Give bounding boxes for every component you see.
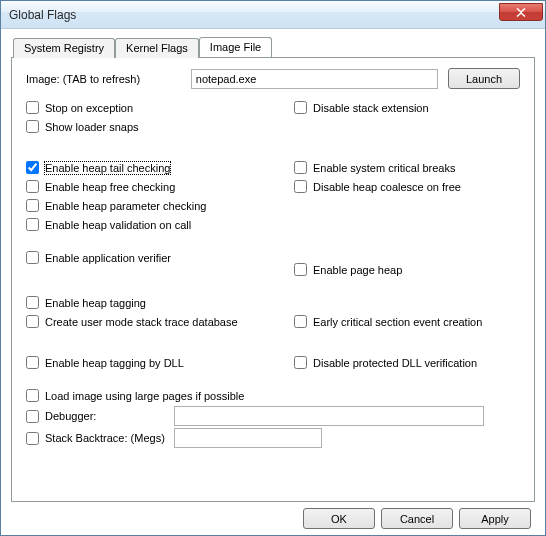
stack-backtrace-row: Stack Backtrace: (Megs) xyxy=(26,428,520,448)
chk-heap-tag-by-dll[interactable]: Enable heap tagging by DLL xyxy=(26,354,294,371)
window-title: Global Flags xyxy=(9,8,499,22)
chk-page-heap[interactable]: Enable page heap xyxy=(294,261,520,278)
tab-kernel-flags[interactable]: Kernel Flags xyxy=(115,38,199,58)
chk-heap-tail-box[interactable] xyxy=(26,161,39,174)
chk-show-loader-snaps-box[interactable] xyxy=(26,120,39,133)
tab-image-file[interactable]: Image File xyxy=(199,37,272,57)
dialog-button-bar: OK Cancel Apply xyxy=(11,508,535,529)
chk-heap-validation[interactable]: Enable heap validation on call xyxy=(26,216,294,233)
chk-early-critical-section[interactable]: Early critical section event creation xyxy=(294,313,520,330)
chk-early-critical-section-box[interactable] xyxy=(294,315,307,328)
chk-sys-critical-breaks[interactable]: Enable system critical breaks xyxy=(294,159,520,176)
apply-button[interactable]: Apply xyxy=(459,508,531,529)
image-name-input[interactable] xyxy=(191,69,439,89)
client-area: System Registry Kernel Flags Image File … xyxy=(1,29,545,535)
debugger-input[interactable] xyxy=(174,406,484,426)
chk-debugger[interactable]: Debugger: xyxy=(26,408,174,425)
chk-stack-backtrace[interactable]: Stack Backtrace: (Megs) xyxy=(26,430,174,447)
chk-heap-tag-by-dll-box[interactable] xyxy=(26,356,39,369)
chk-heap-tagging-box[interactable] xyxy=(26,296,39,309)
debugger-row: Debugger: xyxy=(26,406,520,426)
chk-sys-critical-breaks-box[interactable] xyxy=(294,161,307,174)
chk-page-heap-box[interactable] xyxy=(294,263,307,276)
stack-backtrace-input[interactable] xyxy=(174,428,322,448)
global-flags-window: Global Flags System Registry Kernel Flag… xyxy=(0,0,546,536)
close-button[interactable] xyxy=(499,3,543,21)
chk-disable-protected-dll[interactable]: Disable protected DLL verification xyxy=(294,354,520,371)
launch-button[interactable]: Launch xyxy=(448,68,520,89)
chk-heap-tagging[interactable]: Enable heap tagging xyxy=(26,294,294,311)
chk-disable-protected-dll-box[interactable] xyxy=(294,356,307,369)
chk-heap-tail[interactable]: Enable heap tail checking xyxy=(26,159,294,176)
chk-show-loader-snaps[interactable]: Show loader snaps xyxy=(26,118,294,135)
ok-button[interactable]: OK xyxy=(303,508,375,529)
image-label: Image: (TAB to refresh) xyxy=(26,73,191,85)
chk-app-verifier-box[interactable] xyxy=(26,251,39,264)
chk-heap-free[interactable]: Enable heap free checking xyxy=(26,178,294,195)
chk-debugger-box[interactable] xyxy=(26,410,39,423)
chk-heap-param-box[interactable] xyxy=(26,199,39,212)
chk-disable-stack-extension-box[interactable] xyxy=(294,101,307,114)
chk-heap-validation-box[interactable] xyxy=(26,218,39,231)
close-icon xyxy=(516,8,526,17)
image-row: Image: (TAB to refresh) Launch xyxy=(26,68,520,89)
chk-stack-trace-db[interactable]: Create user mode stack trace database xyxy=(26,313,294,330)
chk-disable-stack-extension[interactable]: Disable stack extension xyxy=(294,99,520,116)
cancel-button[interactable]: Cancel xyxy=(381,508,453,529)
chk-stop-on-exception-box[interactable] xyxy=(26,101,39,114)
chk-heap-free-box[interactable] xyxy=(26,180,39,193)
chk-disable-coalesce-box[interactable] xyxy=(294,180,307,193)
tabstrip: System Registry Kernel Flags Image File xyxy=(11,37,535,57)
chk-large-pages[interactable]: Load image using large pages if possible xyxy=(26,387,520,404)
tab-system-registry[interactable]: System Registry xyxy=(13,38,115,58)
chk-disable-coalesce[interactable]: Disable heap coalesce on free xyxy=(294,178,520,195)
chk-large-pages-box[interactable] xyxy=(26,389,39,402)
chk-heap-param[interactable]: Enable heap parameter checking xyxy=(26,197,294,214)
titlebar: Global Flags xyxy=(1,1,545,29)
chk-stop-on-exception[interactable]: Stop on exception xyxy=(26,99,294,116)
chk-stack-backtrace-box[interactable] xyxy=(26,432,39,445)
tab-panel-image-file: Image: (TAB to refresh) Launch Stop on e… xyxy=(11,57,535,502)
chk-stack-trace-db-box[interactable] xyxy=(26,315,39,328)
chk-app-verifier[interactable]: Enable application verifier xyxy=(26,249,294,266)
